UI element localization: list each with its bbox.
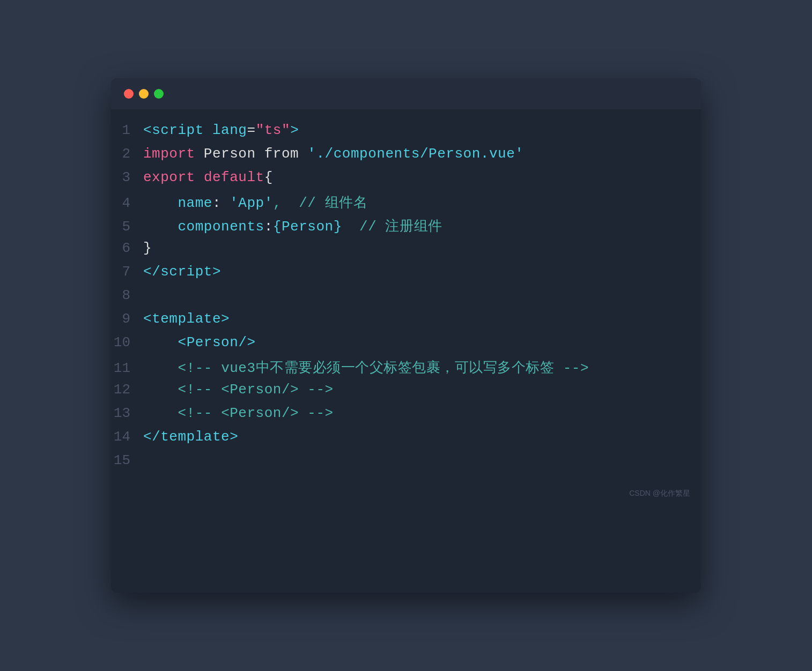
line-number: 5 bbox=[111, 219, 143, 235]
line-content: import Person from './components/Person.… bbox=[143, 146, 523, 162]
code-line: 2import Person from './components/Person… bbox=[111, 144, 701, 167]
code-line: 13 <!-- <Person/> --> bbox=[111, 403, 701, 427]
line-number: 4 bbox=[111, 195, 143, 211]
line-number: 15 bbox=[111, 452, 143, 468]
code-editor: 1<script lang="ts">2import Person from '… bbox=[111, 109, 701, 484]
line-content: </script> bbox=[143, 264, 221, 280]
line-number: 13 bbox=[111, 405, 143, 421]
line-content: <!-- <Person/> --> bbox=[143, 382, 334, 398]
line-number: 11 bbox=[111, 360, 143, 376]
code-line: 15 bbox=[111, 450, 701, 474]
code-line: 5 components:{Person} // 注册组件 bbox=[111, 214, 701, 238]
close-button[interactable] bbox=[124, 89, 134, 99]
code-line: 4 name: 'App', // 组件名 bbox=[111, 191, 701, 214]
code-line: 1<script lang="ts"> bbox=[111, 120, 701, 144]
line-content: <!-- vue3中不需要必须一个父标签包裹，可以写多个标签 --> bbox=[143, 358, 589, 377]
code-line: 9<template> bbox=[111, 309, 701, 332]
line-content: <script lang="ts"> bbox=[143, 122, 299, 138]
line-number: 6 bbox=[111, 240, 143, 256]
line-content: export default{ bbox=[143, 169, 273, 185]
line-content: name: 'App', // 组件名 bbox=[143, 193, 367, 212]
titlebar bbox=[111, 78, 701, 109]
line-content: <!-- <Person/> --> bbox=[143, 405, 334, 421]
code-line: 14</template> bbox=[111, 427, 701, 450]
code-line: 11 <!-- vue3中不需要必须一个父标签包裹，可以写多个标签 --> bbox=[111, 356, 701, 379]
line-number: 10 bbox=[111, 334, 143, 351]
watermark: CSDN @化作繁星 bbox=[111, 484, 701, 507]
line-content: } bbox=[143, 240, 152, 256]
line-number: 8 bbox=[111, 287, 143, 303]
line-number: 14 bbox=[111, 429, 143, 445]
code-line: 10 <Person/> bbox=[111, 332, 701, 356]
code-line: 8 bbox=[111, 285, 701, 309]
maximize-button[interactable] bbox=[154, 89, 164, 99]
line-content: components:{Person} // 注册组件 bbox=[143, 217, 442, 235]
code-line: 6} bbox=[111, 238, 701, 262]
line-number: 9 bbox=[111, 311, 143, 327]
code-line: 3export default{ bbox=[111, 167, 701, 191]
line-number: 1 bbox=[111, 122, 143, 138]
line-number: 3 bbox=[111, 169, 143, 185]
code-line: 12 <!-- <Person/> --> bbox=[111, 379, 701, 403]
line-content: <Person/> bbox=[143, 334, 256, 351]
line-number: 12 bbox=[111, 382, 143, 398]
code-window: 1<script lang="ts">2import Person from '… bbox=[111, 78, 701, 593]
minimize-button[interactable] bbox=[139, 89, 149, 99]
line-content: <template> bbox=[143, 311, 230, 327]
code-line: 7</script> bbox=[111, 262, 701, 285]
line-content: </template> bbox=[143, 429, 238, 445]
line-number: 7 bbox=[111, 264, 143, 280]
line-number: 2 bbox=[111, 146, 143, 162]
